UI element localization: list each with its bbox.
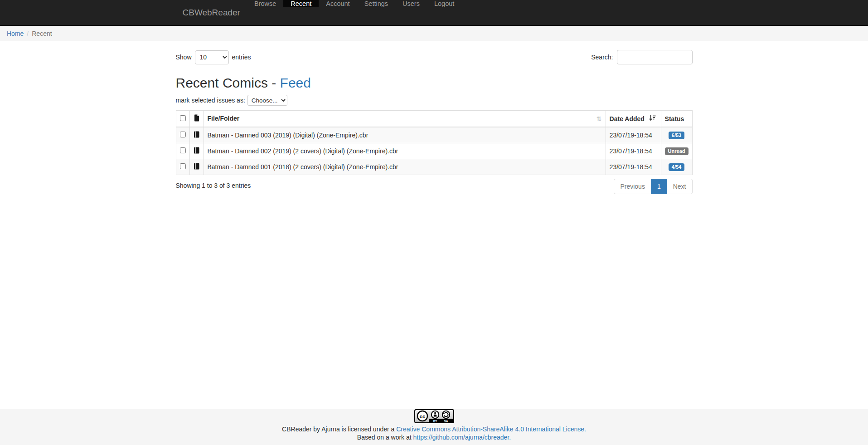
page-length-select[interactable]: 10 [195, 50, 229, 64]
row-checkbox[interactable] [180, 147, 186, 153]
file-icon [194, 116, 199, 123]
column-header-status: Status [661, 111, 692, 127]
github-link[interactable]: https://github.com/ajurna/cbreader. [413, 434, 511, 441]
status-badge: 6/53 [669, 132, 684, 139]
status-badge: 4/54 [669, 163, 684, 171]
entries-label: entries [232, 54, 251, 61]
column-header-date-added[interactable]: Date Added [606, 111, 661, 127]
feed-link[interactable]: Feed [280, 75, 311, 90]
status-header-label: Status [665, 115, 684, 122]
book-icon [194, 148, 200, 155]
table-footer: Showing 1 to 3 of 3 entries Previous 1 N… [176, 175, 693, 194]
date-added-header-label: Date Added [610, 115, 645, 122]
page-title: Recent Comics - Feed [176, 75, 693, 91]
navbar: CBWebReader Browse Recent Account Settin… [0, 0, 868, 26]
nav-item-logout[interactable]: Logout [427, 0, 461, 7]
mark-selected-select[interactable]: Choose... [247, 95, 287, 106]
nav-menu: Browse Recent Account Settings Users Log… [247, 0, 461, 25]
source-line: Based on a work at https://github.com/aj… [0, 434, 868, 441]
search-input[interactable] [617, 50, 693, 64]
book-icon [194, 164, 200, 171]
column-header-file-folder[interactable]: File/Folder ⇅ [204, 111, 606, 127]
license-link[interactable]: Creative Commons Attribution-ShareAlike … [396, 425, 586, 433]
date-added-cell: 23/07/19-18:54 [606, 143, 661, 159]
book-icon [194, 132, 200, 139]
entries-info: Showing 1 to 3 of 3 entries [176, 175, 251, 189]
table-header-row: File/Folder ⇅ Date Added Status [176, 111, 692, 127]
breadcrumb-current: Recent [32, 30, 52, 37]
pagination-previous-button[interactable]: Previous [614, 179, 651, 194]
select-all-checkbox[interactable] [180, 115, 186, 121]
mark-selected-label: mark selected issues as: [176, 97, 245, 104]
comic-file-link[interactable]: Batman - Damned 001 (2018) (2 covers) (D… [208, 163, 398, 171]
cc-sa-label: SA [444, 420, 448, 423]
pagination-next-button[interactable]: Next [667, 179, 693, 194]
sort-descending-icon[interactable] [649, 115, 656, 122]
row-checkbox[interactable] [180, 163, 186, 169]
license-line: CBReader by Ajurna is licensed under a C… [0, 425, 868, 433]
svg-text:cc: cc [419, 414, 425, 419]
source-text: Based on a work at [357, 434, 413, 441]
footer: cc BY SA CBReader by Ajurna is licensed … [0, 409, 868, 445]
page-length-control: Show 10 entries [176, 50, 251, 64]
datatable-controls: Show 10 entries Search: [176, 50, 693, 64]
nav-item-account[interactable]: Account [319, 0, 357, 7]
status-badge: Unread [665, 147, 689, 155]
pagination: Previous 1 Next [614, 179, 692, 194]
table-row: Batman - Damned 001 (2018) (2 covers) (D… [176, 159, 692, 175]
breadcrumb-home-link[interactable]: Home [7, 30, 24, 37]
table-row: Batman - Damned 002 (2019) (2 covers) (D… [176, 143, 692, 159]
date-added-cell: 23/07/19-18:54 [606, 159, 661, 175]
creative-commons-badge[interactable]: cc BY SA [414, 409, 454, 425]
mark-selected-row: mark selected issues as: Choose... [176, 95, 693, 106]
file-folder-header-label: File/Folder [208, 115, 240, 122]
breadcrumb: Home/Recent [0, 26, 868, 41]
page-title-text: Recent Comics - [176, 75, 280, 90]
date-added-cell: 23/07/19-18:54 [606, 127, 661, 143]
breadcrumb-separator: / [24, 30, 32, 37]
pagination-page-1-button[interactable]: 1 [651, 179, 667, 194]
table-row: Batman - Damned 003 (2019) (Digital) (Zo… [176, 127, 692, 143]
nav-item-browse[interactable]: Browse [247, 0, 283, 7]
license-text: CBReader by Ajurna is licensed under a [282, 425, 396, 433]
cc-by-label: BY [433, 420, 437, 423]
comics-table: File/Folder ⇅ Date Added Status [176, 110, 693, 175]
search-label: Search: [591, 54, 613, 61]
sort-unsorted-icon[interactable]: ⇅ [596, 115, 602, 123]
row-checkbox[interactable] [180, 132, 186, 137]
nav-item-recent[interactable]: Recent [283, 0, 319, 7]
search-control: Search: [591, 50, 692, 64]
nav-item-settings[interactable]: Settings [357, 0, 395, 7]
nav-item-users[interactable]: Users [395, 0, 427, 7]
comic-file-link[interactable]: Batman - Damned 003 (2019) (Digital) (Zo… [208, 132, 369, 139]
main-content: Show 10 entries Search: Recent Comics - … [169, 41, 699, 194]
brand[interactable]: CBWebReader [176, 0, 247, 25]
show-label: Show [176, 54, 192, 61]
comic-file-link[interactable]: Batman - Damned 002 (2019) (2 covers) (D… [208, 147, 398, 155]
